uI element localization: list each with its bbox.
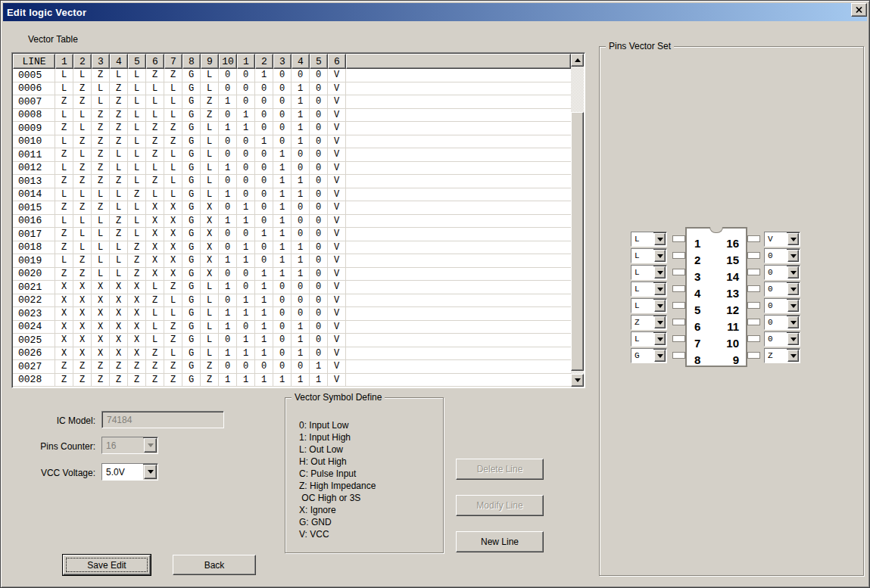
table-row[interactable]: 0007ZZLZLLLGZ100010V [13, 95, 571, 109]
pin-combo-dropdown-button[interactable] [654, 300, 666, 312]
window-title: Edit logic Vector [3, 7, 86, 18]
vector-symbol-define-group: Vector Symbol Define 0: Input Low1: Inpu… [285, 397, 444, 553]
pin-combo-value: 0 [765, 249, 787, 263]
table-row[interactable]: 0015ZZZLLXXGX010100V [13, 201, 571, 215]
table-row[interactable]: 0027ZZZZZZZGZ000001V [13, 360, 571, 374]
back-button[interactable]: Back [173, 555, 256, 575]
close-button[interactable] [851, 3, 867, 17]
pin-combo-dropdown-button[interactable] [787, 233, 799, 245]
table-row[interactable]: 0026XXXXXZLGL111010V [13, 347, 571, 361]
table-row[interactable]: 0020ZZLLZXXGX001110V [13, 268, 571, 282]
pin-combo-dropdown-button[interactable] [654, 250, 666, 262]
vcc-voltage-dropdown-button[interactable] [144, 465, 157, 479]
table-row[interactable]: 0017ZLLZLXXGX001100V [13, 228, 571, 241]
table-row[interactable]: 0011ZLZLLZLGL000100V [13, 148, 571, 162]
value-cell: 0 [255, 201, 273, 214]
pin-combo[interactable]: V [764, 232, 800, 247]
value-cell: L [201, 82, 219, 95]
table-row[interactable]: 0023XXXXXLLGL111000V [13, 307, 571, 321]
value-cell: V [328, 148, 346, 161]
value-cell: V [328, 307, 346, 320]
pin-combo[interactable]: L [631, 331, 667, 347]
symbol-define-line: X: Ignore [299, 504, 376, 516]
table-row[interactable]: 0013ZZZZLZLGL000110V [13, 175, 571, 188]
pin-combo[interactable]: 0 [764, 265, 800, 280]
value-cell: Z [92, 201, 110, 214]
table-row[interactable]: 0010LZZZLZZGL001010V [13, 135, 571, 149]
scrollbar-thumb[interactable] [571, 112, 584, 371]
value-cell: L [110, 148, 128, 161]
value-cell: X [128, 321, 146, 334]
pin-combo[interactable]: L [631, 232, 667, 247]
pin-combo[interactable]: 0 [764, 315, 800, 330]
vcc-voltage-label: VCC Voltage: [16, 468, 95, 478]
row-filler [346, 321, 571, 334]
pin-combo-dropdown-button[interactable] [787, 316, 799, 328]
table-row[interactable]: 0014LLLLZLLGL100110V [13, 188, 571, 202]
table-row[interactable]: 0009ZLZZLZZGL110010V [13, 122, 571, 135]
pin-combo[interactable]: 0 [764, 331, 800, 347]
value-cell: 1 [255, 268, 273, 281]
pin-combo-dropdown-button[interactable] [654, 283, 666, 295]
value-cell: X [73, 347, 92, 360]
pin-combo-dropdown-button[interactable] [654, 266, 666, 278]
table-row[interactable]: 0028ZZZZZZZGZ111111V [13, 374, 571, 387]
pin-combo-dropdown-button[interactable] [654, 333, 666, 345]
pin-combo[interactable]: 0 [764, 298, 800, 313]
vector-symbol-define-title: Vector Symbol Define [292, 392, 385, 403]
pin-combo[interactable]: 0 [764, 248, 800, 263]
pin-combo-dropdown-button[interactable] [787, 333, 799, 345]
pin-combo-dropdown-button[interactable] [787, 350, 799, 362]
table-row[interactable]: 0019LZLLZXXGX110110V [13, 254, 571, 268]
pin-combo[interactable]: Z [764, 348, 800, 363]
vcc-voltage-select[interactable]: 5.0V [101, 463, 158, 481]
value-cell: 1 [273, 162, 292, 175]
value-cell: 1 [219, 347, 237, 360]
value-cell: Z [92, 162, 110, 175]
value-cell: G [182, 241, 201, 254]
value-cell: Z [73, 254, 92, 267]
vertical-scrollbar[interactable] [571, 54, 584, 387]
table-row[interactable]: 0005LLZLLZZGL001000V [13, 69, 571, 82]
value-cell: L [110, 188, 128, 201]
pin-combo-dropdown-button[interactable] [787, 266, 799, 278]
column-header: 10 [219, 54, 237, 69]
pin-stub [747, 335, 760, 342]
value-cell: 0 [273, 281, 292, 294]
pin-combo-dropdown-button[interactable] [787, 250, 799, 262]
scroll-up-button[interactable] [571, 54, 584, 67]
new-line-button[interactable]: New Line [456, 531, 544, 552]
table-row[interactable]: 0021XXXXXLZGL101000V [13, 281, 571, 294]
pin-combo[interactable]: G [631, 348, 667, 363]
table-row[interactable]: 0006LZLZLLLGL000010V [13, 82, 571, 96]
pin-combo[interactable]: L [631, 265, 667, 280]
pin-combo[interactable]: L [631, 298, 667, 313]
pin-combo-dropdown-button[interactable] [654, 316, 666, 328]
value-cell: 0 [255, 122, 273, 135]
pin-combo[interactable]: L [631, 282, 667, 297]
pin-combo-dropdown-button[interactable] [787, 283, 799, 295]
value-cell: X [73, 307, 92, 320]
save-edit-button[interactable]: Save Edit [63, 555, 151, 575]
pin-combo[interactable]: Z [631, 315, 667, 330]
pin-combo[interactable]: L [631, 248, 667, 263]
value-cell: L [164, 162, 182, 175]
table-row[interactable]: 0025XXXXXLZGL011010V [13, 334, 571, 347]
pin-combo[interactable]: 0 [764, 282, 800, 297]
scroll-down-button[interactable] [571, 374, 584, 387]
table-row[interactable]: 0018ZLLLZXXGX010110V [13, 241, 571, 255]
value-cell: L [201, 175, 219, 188]
table-row[interactable]: 0008LLZZLLLGZ010010V [13, 109, 571, 123]
value-cell: 0 [255, 254, 273, 267]
table-row[interactable]: 0022XXXXXZLGL011000V [13, 294, 571, 308]
table-row[interactable]: 0012LZZLLLLGL100100V [13, 162, 571, 176]
pin-combo-dropdown-button[interactable] [654, 233, 666, 245]
value-cell: L [55, 135, 73, 148]
value-cell: 0 [292, 215, 310, 228]
table-row[interactable]: 0016LLLZLXXGX110100V [13, 215, 571, 229]
table-row[interactable]: 0024XXXXXLZGL101010V [13, 321, 571, 334]
pin-combo-dropdown-button[interactable] [654, 350, 666, 362]
line-cell: 0018 [13, 241, 55, 254]
value-cell: L [164, 175, 182, 188]
pin-combo-dropdown-button[interactable] [787, 300, 799, 312]
